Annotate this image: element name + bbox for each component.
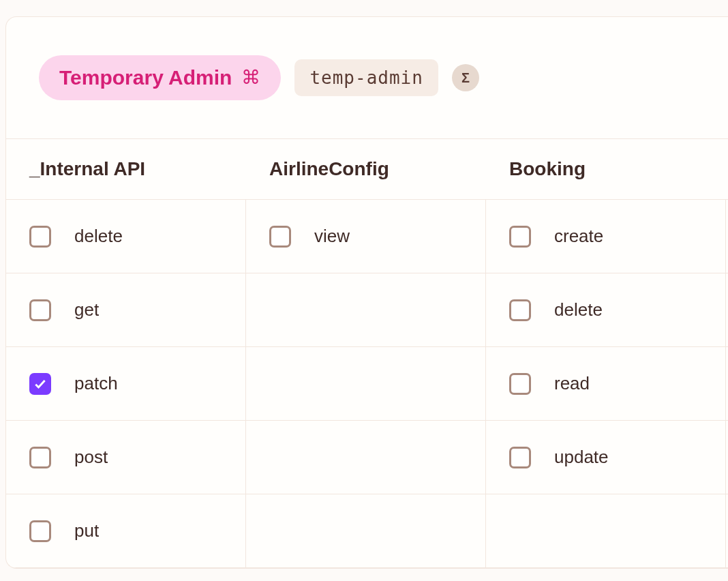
- grid-cell: update: [486, 421, 726, 494]
- grid-cell: [246, 494, 486, 568]
- permission-label: read: [554, 373, 590, 394]
- role-pill[interactable]: Temporary Admin ⌘: [39, 55, 281, 100]
- permission-label: delete: [74, 226, 123, 247]
- permission-checkbox[interactable]: [509, 299, 531, 321]
- column-header: AirlineConfig: [246, 139, 486, 199]
- grid-cell: delete: [6, 200, 246, 273]
- grid-cell: create: [486, 200, 726, 273]
- check-icon: [33, 377, 47, 391]
- sigma-icon: Σ: [461, 70, 470, 86]
- permission-checkbox[interactable]: [29, 520, 51, 542]
- column-header: _Internal API: [6, 139, 246, 199]
- grid-row: deleteviewcreate: [6, 200, 728, 273]
- permission-checkbox[interactable]: [269, 226, 291, 248]
- permissions-panel: Temporary Admin ⌘ temp-admin Σ _Internal…: [5, 16, 728, 569]
- permission-checkbox[interactable]: [509, 373, 531, 395]
- grid-row: postupdate: [6, 421, 728, 494]
- grid-cell: [246, 273, 486, 347]
- panel-header: Temporary Admin ⌘ temp-admin Σ: [6, 17, 728, 138]
- grid-header-row: _Internal API AirlineConfig Booking: [6, 139, 728, 199]
- permission-label: delete: [554, 299, 603, 321]
- permission-label: post: [74, 447, 108, 468]
- permission-label: create: [554, 226, 603, 247]
- permission-checkbox[interactable]: [29, 447, 51, 468]
- grid-cell: view: [246, 200, 486, 273]
- role-slug: temp-admin: [309, 68, 423, 88]
- grid-row: getdelete: [6, 273, 728, 347]
- permission-checkbox[interactable]: [509, 447, 531, 468]
- command-icon: ⌘: [241, 68, 260, 87]
- permissions-grid: _Internal API AirlineConfig Booking dele…: [6, 138, 728, 568]
- grid-cell: [246, 421, 486, 494]
- permission-checkbox[interactable]: [509, 226, 531, 248]
- grid-cell: [246, 347, 486, 421]
- grid-cell: post: [6, 421, 246, 494]
- role-slug-chip: temp-admin: [294, 59, 438, 96]
- permission-label: view: [314, 226, 350, 247]
- permission-checkbox[interactable]: [29, 226, 51, 248]
- grid-cell: delete: [486, 273, 726, 347]
- grid-cell: put: [6, 494, 246, 568]
- permission-label: put: [74, 520, 99, 541]
- grid-cell: get: [6, 273, 246, 347]
- grid-body: deleteviewcreategetdeletepatchreadpostup…: [6, 199, 728, 568]
- permission-checkbox[interactable]: [29, 299, 51, 321]
- grid-row: patchread: [6, 347, 728, 421]
- grid-cell: [486, 494, 726, 568]
- permission-label: patch: [74, 373, 118, 394]
- sigma-badge[interactable]: Σ: [452, 64, 479, 91]
- permission-label: update: [554, 447, 609, 468]
- grid-row: put: [6, 494, 728, 568]
- grid-cell: patch: [6, 347, 246, 421]
- grid-cell: read: [486, 347, 726, 421]
- permission-checkbox[interactable]: [29, 373, 51, 395]
- column-header: Booking: [486, 139, 726, 199]
- permission-label: get: [74, 299, 99, 321]
- role-name: Temporary Admin: [59, 68, 232, 88]
